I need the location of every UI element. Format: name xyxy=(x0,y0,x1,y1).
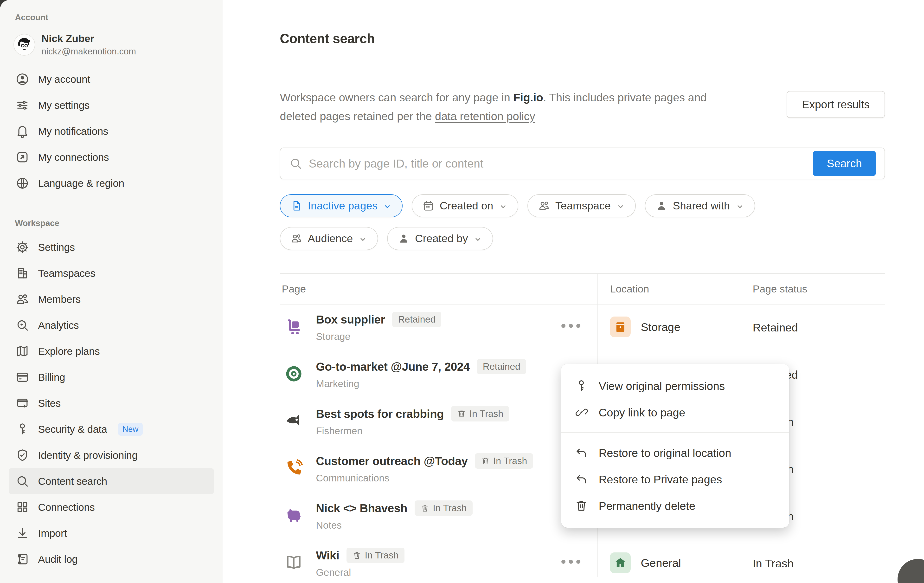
sidebar-item-content-search[interactable]: Content search xyxy=(9,468,214,494)
sidebar-item-security-data[interactable]: Security & data New xyxy=(9,416,214,442)
trash-icon xyxy=(481,456,490,466)
account-user[interactable]: Nick Zuber nickz@makenotion.com xyxy=(14,33,223,56)
badge-label: Retained xyxy=(398,314,436,325)
menu-item-label: View original permissions xyxy=(599,379,725,393)
sidebar-item-my-connections[interactable]: My connections xyxy=(9,144,214,170)
sidebar-item-my-account[interactable]: My account xyxy=(9,66,214,92)
sidebar-item-label: Content search xyxy=(38,476,107,487)
sidebar-item-label: Identity & provisioning xyxy=(38,449,138,461)
key-icon xyxy=(15,422,30,436)
sidebar-item-label: My account xyxy=(38,73,90,85)
sidebar-list: Settings Teamspaces Members Analytics Ex… xyxy=(0,234,223,572)
filter-pill-created-on[interactable]: Created on xyxy=(412,194,518,217)
page-subtitle: Marketing xyxy=(316,378,526,390)
settings-sidebar: Account Nick Zuber nickz@makenotion.com … xyxy=(0,0,223,583)
people-icon xyxy=(290,233,302,244)
people-icon xyxy=(538,200,550,212)
map-icon xyxy=(15,344,30,358)
page-title-cell[interactable]: Box supplier xyxy=(316,313,385,326)
table-row[interactable]: Box supplier Retained Storage Storage Re… xyxy=(280,305,885,352)
badge-label: In Trash xyxy=(469,408,503,419)
table-row[interactable]: Wiki In Trash General General In Trash xyxy=(280,541,885,583)
person-icon xyxy=(655,200,668,212)
sidebar-item-explore-plans[interactable]: Explore plans xyxy=(9,338,214,364)
chevron-down-icon xyxy=(473,234,482,243)
page-title-cell[interactable]: Wiki xyxy=(316,549,339,562)
filter-pills-row1: Inactive pages Created on Teamspace Shar… xyxy=(280,194,809,217)
chevron-down-icon xyxy=(358,234,368,243)
filter-pill-inactive-pages[interactable]: Inactive pages xyxy=(280,194,403,217)
search-bar: Search xyxy=(280,147,885,179)
filter-pill-created-by[interactable]: Created by xyxy=(387,227,493,250)
notion-settings-window: Account Nick Zuber nickz@makenotion.com … xyxy=(0,0,924,583)
sidebar-item-sites[interactable]: Sites xyxy=(9,390,214,416)
sliders-icon xyxy=(15,98,30,112)
page-status-cell: In Trash xyxy=(753,557,794,570)
sidebar-item-billing[interactable]: Billing xyxy=(9,364,214,390)
data-retention-policy-link[interactable]: data retention policy xyxy=(435,110,535,122)
sidebar-item-label: Explore plans xyxy=(38,345,100,357)
page-title-cell[interactable]: Nick <> Bhavesh xyxy=(316,502,408,515)
menu-item-restore-to-private-pages[interactable]: Restore to Private pages xyxy=(561,466,789,492)
column-header-page-status: Page status xyxy=(753,273,807,304)
menu-item-view-original-permissions[interactable]: View original permissions xyxy=(561,373,789,399)
filter-label: Shared with xyxy=(673,200,730,212)
menu-item-restore-to-original-location[interactable]: Restore to original location xyxy=(561,439,789,466)
sidebar-item-import[interactable]: Import xyxy=(9,520,214,546)
page-subtitle: Notes xyxy=(316,520,473,531)
filter-label: Created on xyxy=(440,200,493,212)
page-status-badge: Retained xyxy=(477,359,526,374)
row-actions-button[interactable] xyxy=(561,560,588,564)
person-icon xyxy=(398,233,410,244)
key-icon xyxy=(574,379,588,393)
badge-label: In Trash xyxy=(365,550,399,561)
export-results-button[interactable]: Export results xyxy=(787,91,885,118)
chevron-down-icon xyxy=(616,201,625,210)
sidebar-item-teamspaces[interactable]: Teamspaces xyxy=(9,260,214,286)
search-icon xyxy=(289,157,302,170)
sidebar-item-audit-log[interactable]: Audit log xyxy=(9,546,214,572)
book-icon xyxy=(284,553,304,572)
row-actions-button[interactable] xyxy=(561,324,588,328)
page-subtitle: Communications xyxy=(316,472,533,484)
filter-pill-shared-with[interactable]: Shared with xyxy=(645,194,755,217)
sidebar-item-my-notifications[interactable]: My notifications xyxy=(9,118,214,144)
sidebar-item-members[interactable]: Members xyxy=(9,286,214,312)
page-title-cell[interactable]: Customer outreach @Today xyxy=(316,454,468,468)
sidebar-item-analytics[interactable]: Analytics xyxy=(9,312,214,338)
new-badge: New xyxy=(118,423,143,436)
page-title-cell[interactable]: Go-to-market @June 7, 2024 xyxy=(316,360,470,373)
donkey-icon xyxy=(284,506,304,525)
sidebar-item-connections[interactable]: Connections xyxy=(9,494,214,520)
filter-pill-audience[interactable]: Audience xyxy=(280,227,378,250)
sidebar-item-my-settings[interactable]: My settings xyxy=(9,92,214,118)
page-status-badge: In Trash xyxy=(346,548,404,563)
page-title: Content search xyxy=(280,31,885,46)
undo-icon xyxy=(574,446,588,459)
search-button[interactable]: Search xyxy=(813,151,876,176)
filter-label: Inactive pages xyxy=(308,200,378,212)
search-input[interactable] xyxy=(309,157,813,170)
document-icon xyxy=(290,200,302,212)
sidebar-item-identity-provisioning[interactable]: Identity & provisioning xyxy=(9,442,214,468)
sidebar-item-label: Security & data xyxy=(38,423,107,435)
filter-pill-teamspace[interactable]: Teamspace xyxy=(528,194,636,217)
sidebar-item-settings[interactable]: Settings xyxy=(9,234,214,260)
page-title-cell[interactable]: Best spots for crabbing xyxy=(316,407,444,421)
menu-item-label: Restore to Private pages xyxy=(599,473,722,486)
page-description: Workspace owners can search for any page… xyxy=(280,88,737,126)
house-glyph-tile xyxy=(610,552,631,573)
arrow-up-right-box-icon xyxy=(15,150,30,164)
description-text: Workspace owners can search for any page… xyxy=(280,91,513,104)
title-divider xyxy=(280,68,885,68)
menu-item-copy-link-to-page[interactable]: Copy link to page xyxy=(561,399,789,426)
filter-label: Audience xyxy=(308,232,353,245)
sidebar-item-label: My settings xyxy=(38,99,89,111)
sidebar-item-language-region[interactable]: Language & region xyxy=(9,170,214,196)
target-icon xyxy=(284,364,304,383)
browser-cursor-icon xyxy=(15,396,30,410)
link-icon xyxy=(574,406,588,419)
menu-item-permanently-delete[interactable]: Permanently delete xyxy=(561,492,789,519)
sidebar-item-label: Billing xyxy=(38,372,65,383)
location-cell: Storage xyxy=(610,317,680,337)
